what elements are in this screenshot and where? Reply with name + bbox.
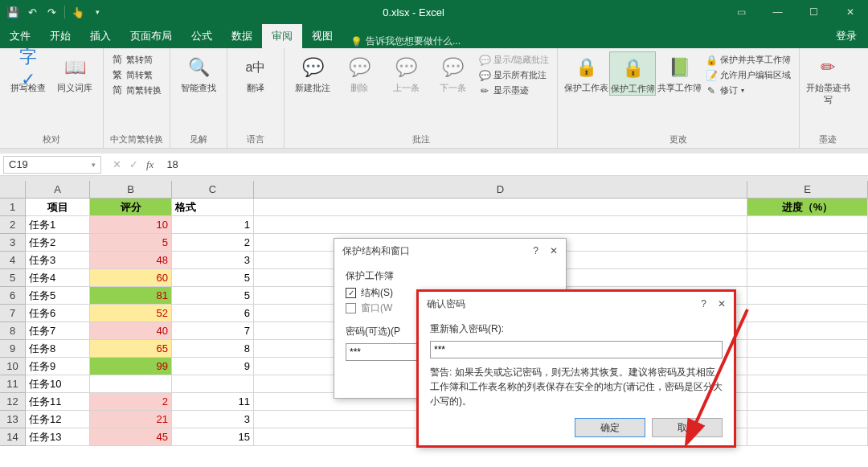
allow-edit-ranges-button[interactable]: 📝允许用户编辑区域 (702, 68, 794, 82)
cell[interactable]: 81 (90, 287, 172, 305)
cell[interactable]: 45 (90, 428, 172, 446)
cell[interactable]: 任务13 (26, 428, 90, 446)
start-inking-button[interactable]: ✏开始墨迹书写 (805, 51, 851, 106)
cell[interactable] (254, 199, 747, 216)
tab-审阅[interactable]: 审阅 (262, 24, 302, 48)
translate-button[interactable]: a中 翻译 (232, 51, 279, 94)
row-head[interactable]: 13 (0, 411, 26, 428)
simplified-to-traditional-button[interactable]: 繁简转繁 (108, 68, 165, 82)
close-icon[interactable]: ✕ (832, 0, 868, 24)
cell[interactable] (747, 252, 868, 269)
cell[interactable]: 进度（%） (747, 199, 868, 216)
cell[interactable]: 项目 (26, 199, 90, 216)
dialog2-help-icon[interactable]: ? (701, 298, 706, 309)
cell[interactable]: 40 (90, 322, 172, 340)
redo-icon[interactable]: ↷ (45, 6, 58, 18)
cell[interactable] (747, 287, 868, 305)
cancel-formula-icon[interactable]: ✕ (113, 158, 121, 170)
tab-插入[interactable]: 插入 (80, 24, 121, 48)
cell[interactable] (747, 393, 868, 411)
chinese-convert-button[interactable]: 简简繁转换 (108, 84, 165, 97)
cancel-button[interactable]: 取消 (652, 418, 723, 437)
cell[interactable] (172, 375, 254, 393)
cell[interactable]: 1 (172, 216, 254, 234)
cell[interactable]: 5 (90, 234, 172, 252)
row-head[interactable]: 12 (0, 393, 26, 411)
row-head[interactable]: 4 (0, 252, 26, 269)
protect-sheet-button[interactable]: 🔒保护工作表 (563, 51, 609, 94)
cell[interactable] (747, 269, 868, 287)
cell[interactable]: 52 (90, 305, 172, 322)
cell[interactable]: 3 (172, 411, 254, 428)
cell[interactable] (747, 428, 868, 446)
dialog2-close-icon[interactable]: ✕ (718, 298, 726, 309)
show-hide-comment-button[interactable]: 💬显示/隐藏批注 (476, 53, 552, 67)
col-head-b[interactable]: B (90, 181, 172, 198)
cell[interactable] (747, 234, 868, 252)
protect-share-button[interactable]: 🔒保护并共享工作簿 (702, 53, 794, 67)
cell[interactable]: 6 (172, 305, 254, 322)
spelling-button[interactable]: 字✓ 拼写检查 (5, 51, 51, 94)
cell[interactable]: 评分 (90, 199, 172, 216)
cell[interactable]: 任务2 (26, 234, 90, 252)
row-head[interactable]: 9 (0, 340, 26, 358)
undo-icon[interactable]: ↶ (26, 6, 39, 18)
cell[interactable]: 7 (172, 322, 254, 340)
traditional-to-simplified-button[interactable]: 简繁转简 (108, 53, 165, 67)
cell[interactable]: 任务1 (26, 216, 90, 234)
tab-公式[interactable]: 公式 (182, 24, 222, 48)
select-all-corner[interactable] (0, 181, 26, 198)
row-head[interactable]: 1 (0, 199, 26, 216)
cell[interactable]: 5 (172, 287, 254, 305)
cell[interactable]: 15 (172, 428, 254, 446)
tab-视图[interactable]: 视图 (302, 24, 342, 48)
accept-formula-icon[interactable]: ✓ (129, 158, 138, 170)
show-ink-button[interactable]: ✏显示墨迹 (476, 84, 552, 97)
cell[interactable] (747, 375, 868, 393)
cell[interactable]: 任务8 (26, 340, 90, 358)
row-head[interactable]: 14 (0, 428, 26, 446)
next-comment-button[interactable]: 💬下一条 (429, 51, 476, 94)
cell[interactable]: 任务9 (26, 358, 90, 375)
cell[interactable] (747, 411, 868, 428)
name-box-dropdown-icon[interactable]: ▾ (92, 161, 96, 169)
row-head[interactable]: 3 (0, 234, 26, 252)
formula-input[interactable]: 18 (162, 158, 868, 170)
sign-in-link[interactable]: 登录 (825, 24, 868, 48)
cell[interactable]: 21 (90, 411, 172, 428)
cell[interactable] (254, 216, 747, 234)
tab-开始[interactable]: 开始 (40, 24, 80, 48)
confirm-password-input[interactable] (430, 341, 723, 358)
cell[interactable]: 任务4 (26, 269, 90, 287)
cell[interactable] (747, 216, 868, 234)
tell-me-search[interactable]: 💡 告诉我您想要做什么... (342, 35, 461, 48)
row-head[interactable]: 2 (0, 216, 26, 234)
cell[interactable]: 任务6 (26, 305, 90, 322)
cell[interactable]: 格式 (172, 199, 254, 216)
cell[interactable]: 99 (90, 358, 172, 375)
col-head-d[interactable]: D (254, 181, 747, 198)
thesaurus-button[interactable]: 📖 同义词库 (51, 51, 98, 94)
smart-lookup-button[interactable]: 🔍 智能查找 (175, 51, 222, 94)
maximize-icon[interactable]: ☐ (796, 0, 832, 24)
cell[interactable] (747, 305, 868, 322)
cell[interactable]: 11 (172, 393, 254, 411)
table-row[interactable]: 2任务1101 (0, 216, 868, 234)
cell[interactable]: 9 (172, 358, 254, 375)
tab-数据[interactable]: 数据 (222, 24, 262, 48)
row-head[interactable]: 5 (0, 269, 26, 287)
cell[interactable]: 任务11 (26, 393, 90, 411)
row-head[interactable]: 6 (0, 287, 26, 305)
protect-workbook-button[interactable]: 🔒保护工作簿 (609, 51, 656, 96)
cell[interactable]: 2 (90, 393, 172, 411)
cell[interactable]: 任务12 (26, 411, 90, 428)
qat-more-icon[interactable]: ▾ (91, 6, 104, 18)
show-all-comments-button[interactable]: 💬显示所有批注 (476, 68, 552, 82)
share-workbook-button[interactable]: 📗共享工作簿 (656, 51, 702, 94)
row-head[interactable]: 7 (0, 305, 26, 322)
row-head[interactable]: 11 (0, 375, 26, 393)
row-head[interactable]: 10 (0, 358, 26, 375)
cell[interactable]: 48 (90, 252, 172, 269)
cell[interactable]: 任务10 (26, 375, 90, 393)
cell[interactable]: 65 (90, 340, 172, 358)
